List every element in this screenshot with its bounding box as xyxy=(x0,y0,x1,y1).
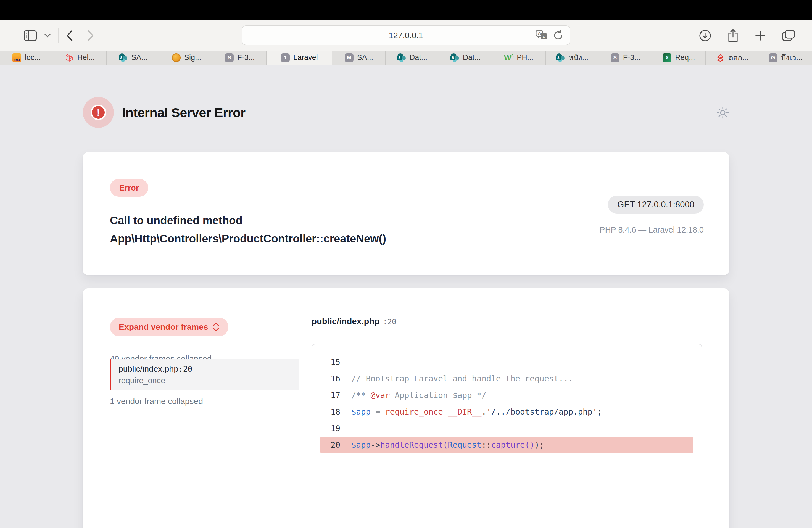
error-message: Call to undefined method App\Http\Contro… xyxy=(110,211,455,248)
stack-trace-card: Expand vendor frames 49 vendor frames co… xyxy=(83,288,729,528)
excel-favicon: X xyxy=(663,53,671,62)
code-line: 16// Bootstrap Laravel and handle the re… xyxy=(320,370,693,387)
tile-favicon: 1 xyxy=(281,53,290,62)
svg-text:x: x xyxy=(543,34,545,39)
tab-label: F-3... xyxy=(623,53,640,62)
code-line: 18$app = require_once __DIR__.'/../boots… xyxy=(320,404,693,420)
frame-method: require_once xyxy=(118,376,292,385)
error-status-icon: ! xyxy=(83,97,114,128)
tab-f3[interactable]: SF-3... xyxy=(213,50,266,64)
error-summary-card: Error Call to undefined method App\Http\… xyxy=(83,152,729,275)
code-line: 17/** @var Application $app */ xyxy=(320,387,693,404)
error-type-badge: Error xyxy=(110,179,148,196)
tab-hel[interactable]: Hel... xyxy=(53,50,106,64)
browser-toolbar: 127.0.0.1 A x xyxy=(0,20,812,50)
tab-bar: PMAloc...Hel...SSA...Sig...SF-3...1Larav… xyxy=(0,50,812,65)
back-button[interactable] xyxy=(66,30,73,41)
line-source: // Bootstrap Laravel and handle the requ… xyxy=(351,374,573,383)
tab-label: loc... xyxy=(25,53,41,62)
downloads-button[interactable] xyxy=(699,29,711,42)
sun-icon xyxy=(716,106,729,119)
code-line-number: :20 xyxy=(383,317,396,326)
share-icon xyxy=(727,29,739,43)
tab-label: Dat... xyxy=(410,53,427,62)
forward-button[interactable] xyxy=(87,30,95,41)
menu-bar xyxy=(0,0,812,20)
back-icon xyxy=(66,30,73,41)
tab-dat[interactable]: SDat... xyxy=(386,50,439,64)
laravel-favicon xyxy=(65,53,74,62)
chevrons-favicon xyxy=(716,53,725,62)
tile-favicon: M xyxy=(345,53,353,62)
code-file-name: public/index.php xyxy=(311,317,379,326)
tab-label: F-3... xyxy=(237,53,255,62)
sidebar-menu-button[interactable] xyxy=(44,33,51,38)
chevron-down-icon xyxy=(44,33,51,38)
tab-overview-button[interactable] xyxy=(782,29,795,42)
code-line-highlighted: 20$app->handleRequest(Request::capture()… xyxy=(320,437,693,453)
code-line: 15 xyxy=(320,354,693,370)
tile-favicon: S xyxy=(611,53,620,62)
pma-favicon: PMA xyxy=(12,53,21,62)
share-button[interactable] xyxy=(727,29,739,43)
tab-label: Sig... xyxy=(184,53,201,62)
code-viewer-header: public/index.php :20 xyxy=(311,317,396,326)
tab-label: SA... xyxy=(131,53,147,62)
page-title: Internal Server Error xyxy=(122,105,246,120)
tab-บึงเว[interactable]: Gบึงเว... xyxy=(759,50,812,64)
sidebar-icon xyxy=(24,30,37,41)
tab-label: Dat... xyxy=(463,53,481,62)
frame-file: public/index.php:20 xyxy=(118,364,292,373)
tab-sig[interactable]: Sig... xyxy=(160,50,213,64)
w3-favicon: W3 xyxy=(504,53,513,62)
tab-หนัง[interactable]: Sหนัง... xyxy=(546,50,599,64)
theme-toggle-button[interactable] xyxy=(716,106,729,119)
new-tab-button[interactable] xyxy=(755,30,766,41)
tab-label: Hel... xyxy=(77,53,95,62)
address-bar[interactable]: 127.0.0.1 A x xyxy=(242,25,570,45)
tab-dat[interactable]: SDat... xyxy=(439,50,492,64)
expand-collapse-icon xyxy=(213,322,220,332)
line-number: 18 xyxy=(320,407,340,416)
tab-req[interactable]: XReq... xyxy=(652,50,706,64)
tabs-overview-icon xyxy=(782,29,795,42)
sp-favicon: S xyxy=(119,53,128,62)
line-source: $app = require_once __DIR__.'/../bootstr… xyxy=(351,407,602,416)
tab-ดอก[interactable]: ดอก... xyxy=(706,50,759,64)
runtime-versions: PHP 8.4.6 — Laravel 12.18.0 xyxy=(599,225,704,234)
sidebar-toggle-button[interactable] xyxy=(24,30,37,41)
toolbar-divider xyxy=(58,28,59,43)
download-icon xyxy=(699,29,711,42)
reload-button[interactable] xyxy=(553,30,564,41)
tile-favicon: S xyxy=(225,53,234,62)
stack-frame-item[interactable]: public/index.php:20 require_once xyxy=(110,359,299,390)
request-method-badge: GET 127.0.0.1:8000 xyxy=(608,195,704,214)
forward-icon xyxy=(87,30,95,41)
error-page: ! Internal Server Error Error Call to un… xyxy=(0,97,812,528)
expand-vendor-frames-button[interactable]: Expand vendor frames xyxy=(110,318,228,336)
vendor-frames-collapsed-bottom: 1 vendor frame collapsed xyxy=(110,397,203,406)
plus-icon xyxy=(755,30,766,41)
line-number: 19 xyxy=(320,424,340,433)
code-viewer[interactable]: 1516// Bootstrap Laravel and handle the … xyxy=(311,344,702,528)
tab-label: SA... xyxy=(357,53,373,62)
translate-icon: A x xyxy=(536,30,548,41)
tab-loc[interactable]: PMAloc... xyxy=(0,50,53,64)
exclamation-icon: ! xyxy=(91,105,106,120)
sp-favicon: S xyxy=(556,53,565,62)
tab-sa[interactable]: SSA... xyxy=(106,50,160,64)
tab-sa[interactable]: MSA... xyxy=(332,50,386,64)
line-number: 17 xyxy=(320,391,340,400)
sp-favicon: S xyxy=(450,53,459,62)
tab-label: บึงเว... xyxy=(781,52,802,63)
line-number: 20 xyxy=(320,440,340,450)
tab-label: หนัง... xyxy=(568,52,588,63)
tab-active-laravel[interactable]: 1Laravel xyxy=(266,50,332,64)
url-text: 127.0.0.1 xyxy=(389,31,423,40)
tab-ph[interactable]: W3PH... xyxy=(492,50,546,64)
reload-icon xyxy=(553,30,564,41)
sp-favicon: S xyxy=(397,53,406,62)
translate-button[interactable]: A x xyxy=(536,30,548,41)
tab-f3[interactable]: SF-3... xyxy=(599,50,652,64)
code-line: 19 xyxy=(320,420,693,437)
